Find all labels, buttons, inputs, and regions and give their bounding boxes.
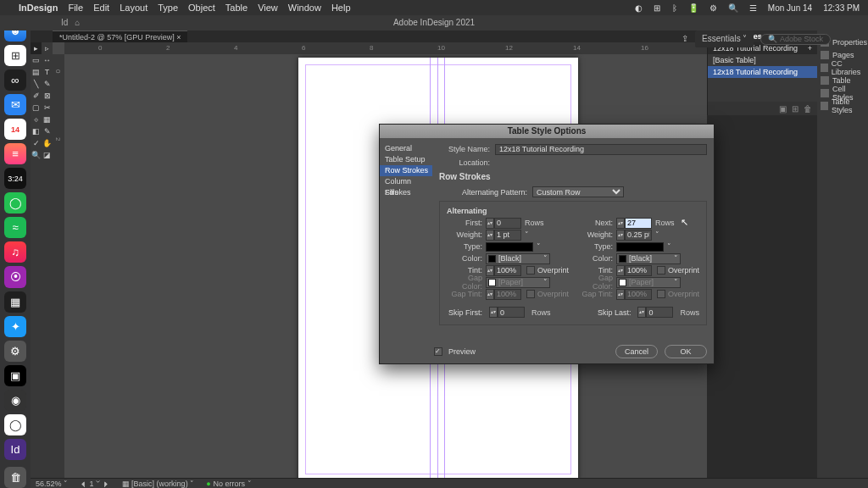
skip-last-stepper[interactable]: ▴▾: [637, 307, 673, 318]
first-stepper[interactable]: ▴▾: [486, 218, 521, 229]
tint-stepper[interactable]: ▴▾: [486, 265, 521, 276]
dock-mail[interactable]: ✉︎: [4, 94, 26, 115]
overprint-checkbox[interactable]: [526, 266, 535, 274]
dock-podcasts[interactable]: ⦿: [4, 266, 26, 287]
dock-music[interactable]: ♫: [4, 241, 26, 263]
skip-last-input[interactable]: [646, 307, 673, 318]
dock-trash[interactable]: 🗑︎: [4, 467, 26, 488]
dock-terminal[interactable]: ▣: [4, 365, 26, 386]
trash-icon[interactable]: 🗑︎: [804, 104, 812, 114]
menu-edit[interactable]: Edit: [93, 3, 109, 13]
skip-first-stepper[interactable]: ▴▾: [489, 307, 525, 318]
chevron-down-icon[interactable]: ˅: [655, 230, 659, 239]
chevron-down-icon[interactable]: ˅: [525, 230, 529, 239]
note-tool[interactable]: ✎: [42, 125, 53, 137]
folder-icon[interactable]: ▣: [779, 104, 787, 114]
stroke-type-select-r[interactable]: [616, 242, 664, 252]
sidebar-table-setup[interactable]: Table Setup: [380, 154, 432, 165]
color-tool[interactable]: ◪: [42, 149, 53, 161]
panel-table-styles[interactable]: Table Styles: [817, 99, 868, 112]
sidebar-row-strokes[interactable]: Row Strokes: [380, 165, 432, 176]
menu-help[interactable]: Help: [331, 3, 351, 13]
page-tool[interactable]: ▭: [31, 54, 42, 66]
sidebar-general[interactable]: General: [380, 143, 432, 154]
menu-window[interactable]: Window: [288, 3, 321, 13]
dock-safari[interactable]: ✦: [4, 316, 26, 337]
dock-creative-cloud[interactable]: ∞: [4, 69, 26, 91]
chevron-down-icon[interactable]: ˅: [537, 242, 541, 251]
new-icon[interactable]: ⊞: [792, 104, 798, 114]
panel-cc-libraries[interactable]: CC Libraries: [817, 61, 868, 74]
free-transform-tool[interactable]: ⟐: [31, 114, 42, 125]
wifi-icon[interactable]: ⚙︎: [709, 3, 717, 13]
line-tool[interactable]: ╲: [31, 78, 42, 90]
close-icon[interactable]: ×: [176, 33, 181, 42]
dock-reminders[interactable]: ≡: [4, 143, 26, 164]
preflight-status[interactable]: No errors ˅: [206, 480, 251, 488]
preview-toggle[interactable]: Preview: [434, 347, 476, 356]
menu-view[interactable]: View: [258, 3, 278, 13]
stroke-type-select[interactable]: [486, 242, 533, 252]
menu-table[interactable]: Table: [225, 3, 248, 13]
gradient-feather-tool[interactable]: ◧: [31, 125, 42, 137]
gap-color-select[interactable]: [Paper]˅: [486, 277, 550, 288]
selection-tool[interactable]: ▸: [31, 42, 42, 54]
overprint-checkbox-r[interactable]: [657, 266, 665, 274]
dialog-title[interactable]: Table Style Options: [380, 125, 714, 138]
workspace-dropdown[interactable]: Essentials ˅: [695, 30, 754, 47]
search-icon[interactable]: 🔍: [728, 3, 738, 13]
menu-object[interactable]: Object: [188, 3, 215, 13]
page-navigator[interactable]: ⏴ 1 ˅ ⏵: [80, 480, 110, 488]
dock-launchpad[interactable]: ⊞: [4, 45, 26, 66]
rectangle-tool[interactable]: ▢: [31, 102, 42, 114]
dock-preferences[interactable]: ⚙︎: [4, 341, 26, 362]
zoom-tool[interactable]: 🔍: [31, 149, 42, 161]
control-center-icon[interactable]: ☰: [749, 3, 757, 13]
dock-calendar[interactable]: 14: [4, 119, 26, 140]
cancel-button[interactable]: Cancel: [615, 345, 658, 358]
color-select[interactable]: [Black]˅: [486, 253, 550, 264]
gap-color-select-r[interactable]: [Paper]˅: [616, 277, 681, 288]
pen-tool[interactable]: ✎: [42, 78, 53, 90]
adobe-stock-search[interactable]: 🔍 Adobe Stock: [760, 34, 831, 45]
home-icon[interactable]: ⌂: [75, 15, 80, 30]
color-select-r[interactable]: [Black]˅: [616, 253, 681, 264]
hand-tool[interactable]: ✋: [42, 137, 53, 149]
menubar-time[interactable]: 12:33 PM: [823, 3, 860, 13]
next-stepper[interactable]: ▴▾: [616, 218, 652, 229]
dock-spotify[interactable]: ≈: [4, 217, 26, 238]
first-input[interactable]: [494, 218, 521, 229]
skip-first-input[interactable]: [498, 307, 525, 318]
document-tab[interactable]: *Untitled-2 @ 57% [GPU Preview] ×: [53, 30, 187, 42]
direct-selection-tool[interactable]: ▹: [42, 42, 53, 54]
share-icon[interactable]: ⇪: [682, 31, 688, 47]
dock-indesign[interactable]: Id: [4, 439, 26, 460]
menubar-app-name[interactable]: InDesign: [19, 3, 58, 13]
type-tool[interactable]: T: [42, 66, 53, 78]
dock-chrome[interactable]: ◯: [4, 414, 26, 435]
weight-input[interactable]: [494, 230, 521, 241]
ms-icon[interactable]: ⊞: [654, 3, 660, 13]
gradient-swatch-tool[interactable]: ▦: [42, 114, 53, 125]
alternating-pattern-select[interactable]: Custom Row: [532, 186, 624, 197]
dock-clock[interactable]: 3:24: [4, 168, 26, 189]
horizontal-ruler[interactable]: 0246810121416: [64, 42, 707, 54]
tint-stepper-r[interactable]: ▴▾: [616, 265, 652, 276]
eyedropper-tool[interactable]: ✓: [31, 137, 42, 149]
table-style-item[interactable]: 12x18 Tutorial Recording: [708, 66, 817, 78]
dock-messages[interactable]: ◯: [4, 192, 26, 214]
content-collector-tool[interactable]: ▤: [31, 66, 42, 78]
gap-tool[interactable]: ↔: [42, 54, 53, 66]
battery-icon[interactable]: 🔋: [688, 3, 698, 13]
weight-stepper-r[interactable]: ▴▾: [616, 230, 652, 241]
tint-input-r[interactable]: [625, 265, 652, 276]
menu-file[interactable]: File: [68, 3, 83, 13]
style-name-input[interactable]: [495, 144, 707, 155]
scissors-tool[interactable]: ✂︎: [42, 102, 53, 114]
pencil-tool[interactable]: ✐: [31, 90, 42, 102]
next-input[interactable]: [625, 218, 652, 229]
sidebar-column-strokes[interactable]: Column Strokes: [380, 176, 432, 187]
tint-input[interactable]: [494, 265, 521, 276]
working-set[interactable]: ▦ [Basic] (working) ˅: [122, 480, 195, 488]
menu-type[interactable]: Type: [158, 3, 178, 13]
